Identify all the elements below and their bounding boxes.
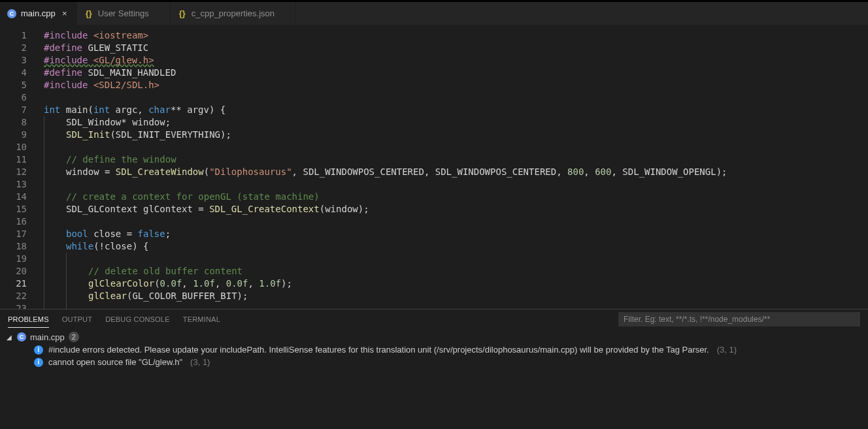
- info-icon: i: [34, 345, 43, 355]
- problem-position: (3, 1): [190, 357, 210, 367]
- code-line[interactable]: [44, 302, 868, 309]
- problem-item[interactable]: i #include errors detected. Please updat…: [5, 343, 863, 356]
- line-number[interactable]: 13: [0, 178, 27, 191]
- json-file-icon: {}: [177, 8, 188, 19]
- code-line[interactable]: glClearColor(0.0f, 1.0f, 0.0f, 1.0f);: [44, 278, 868, 290]
- line-number[interactable]: 18: [0, 240, 27, 253]
- code-line[interactable]: SDL_Window* window;: [44, 116, 868, 129]
- collapse-icon[interactable]: ◢: [5, 334, 13, 341]
- problem-item[interactable]: i cannot open source file "GL/glew.h" (3…: [5, 356, 863, 368]
- line-number[interactable]: 10: [0, 141, 27, 153]
- code-line[interactable]: glClear(GL_COLOR_BUFFER_BIT);: [44, 290, 868, 302]
- line-number[interactable]: 11: [0, 153, 27, 166]
- line-number[interactable]: 15: [0, 203, 27, 215]
- line-number[interactable]: 23: [0, 302, 27, 309]
- problem-message: #include errors detected. Please update …: [48, 345, 709, 355]
- code-line[interactable]: [44, 91, 868, 104]
- line-number[interactable]: 1: [0, 29, 27, 42]
- tab-label: User Settings: [98, 8, 149, 18]
- code-line[interactable]: #define GLEW_STATIC: [44, 42, 868, 54]
- panel-tab-terminal[interactable]: TERMINAL: [183, 311, 220, 327]
- code-line[interactable]: bool close = false;: [44, 228, 868, 240]
- editor-tabs: Cmain.cpp×{}User Settings{}c_cpp_propert…: [0, 2, 868, 25]
- tab-label: main.cpp: [21, 8, 56, 18]
- code-line[interactable]: [44, 178, 868, 191]
- tab-label: c_cpp_properties.json: [192, 8, 275, 18]
- line-gutter: 1234567891011121314151617181920212223: [0, 25, 36, 309]
- line-number[interactable]: 12: [0, 166, 27, 178]
- json-file-icon: {}: [84, 8, 94, 19]
- problems-filter-input[interactable]: [618, 312, 860, 326]
- problems-file-row[interactable]: ◢ C main.cpp 2: [5, 330, 863, 343]
- code-line[interactable]: #define SDL_MAIN_HANDLED: [44, 67, 868, 79]
- code-line[interactable]: SDL_Init(SDL_INIT_EVERYTHING);: [44, 129, 868, 141]
- editor-tab[interactable]: {}c_cpp_properties.json: [171, 2, 296, 25]
- line-number[interactable]: 14: [0, 191, 27, 203]
- line-number[interactable]: 16: [0, 215, 27, 228]
- line-number[interactable]: 5: [0, 79, 27, 91]
- bottom-panel: PROBLEMS OUTPUT DEBUG CONSOLE TERMINAL ◢…: [0, 309, 868, 429]
- code-line[interactable]: // delete old buffer content: [44, 265, 868, 278]
- line-number[interactable]: 17: [0, 228, 27, 240]
- code-line[interactable]: #include <SDL2/SDL.h>: [44, 79, 868, 91]
- problem-message: cannot open source file "GL/glew.h": [48, 357, 182, 367]
- code-line[interactable]: while(!close) {: [44, 240, 868, 253]
- code-line[interactable]: // define the window: [44, 153, 868, 166]
- line-number[interactable]: 4: [0, 67, 27, 79]
- code-line[interactable]: SDL_GLContext glContext = SDL_GL_CreateC…: [44, 203, 868, 215]
- line-number[interactable]: 22: [0, 290, 27, 302]
- close-icon[interactable]: ×: [59, 8, 70, 18]
- panel-tabs: PROBLEMS OUTPUT DEBUG CONSOLE TERMINAL: [0, 310, 868, 329]
- code-line[interactable]: [44, 141, 868, 153]
- line-number[interactable]: 20: [0, 265, 27, 278]
- problem-position: (3, 1): [717, 345, 737, 355]
- cpp-file-icon: C: [17, 332, 26, 342]
- line-number[interactable]: 3: [0, 54, 27, 67]
- problems-count-badge: 2: [69, 332, 79, 342]
- editor-tab[interactable]: Cmain.cpp×: [0, 2, 77, 25]
- cpp-file-icon: C: [7, 8, 17, 19]
- code-line[interactable]: window = SDL_CreateWindow("Dilophosaurus…: [44, 166, 868, 178]
- code-line[interactable]: [44, 253, 868, 265]
- line-number[interactable]: 21: [0, 278, 27, 290]
- code-line[interactable]: [44, 215, 868, 228]
- panel-tab-output[interactable]: OUTPUT: [62, 311, 92, 327]
- code-line[interactable]: #include <GL/glew.h>: [44, 54, 868, 67]
- line-number[interactable]: 2: [0, 42, 27, 54]
- code-line[interactable]: // create a context for openGL (state ma…: [44, 191, 868, 203]
- editor-area: 1234567891011121314151617181920212223 #i…: [0, 25, 868, 309]
- info-icon: i: [34, 358, 43, 367]
- problems-file-name: main.cpp: [30, 332, 65, 342]
- code-line[interactable]: int main(int argc, char** argv) {: [44, 104, 868, 116]
- line-number[interactable]: 8: [0, 116, 27, 129]
- line-number[interactable]: 7: [0, 104, 27, 116]
- line-number[interactable]: 6: [0, 91, 27, 104]
- problems-list: ◢ C main.cpp 2 i #include errors detecte…: [0, 329, 868, 429]
- code-line[interactable]: #include <iostream>: [44, 29, 868, 42]
- panel-tab-problems[interactable]: PROBLEMS: [8, 311, 49, 328]
- code-area[interactable]: #include <iostream>#define GLEW_STATIC#i…: [36, 25, 868, 309]
- editor-tab[interactable]: {}User Settings: [77, 2, 171, 25]
- line-number[interactable]: 9: [0, 129, 27, 141]
- panel-tab-debug-console[interactable]: DEBUG CONSOLE: [105, 311, 170, 327]
- line-number[interactable]: 19: [0, 253, 27, 265]
